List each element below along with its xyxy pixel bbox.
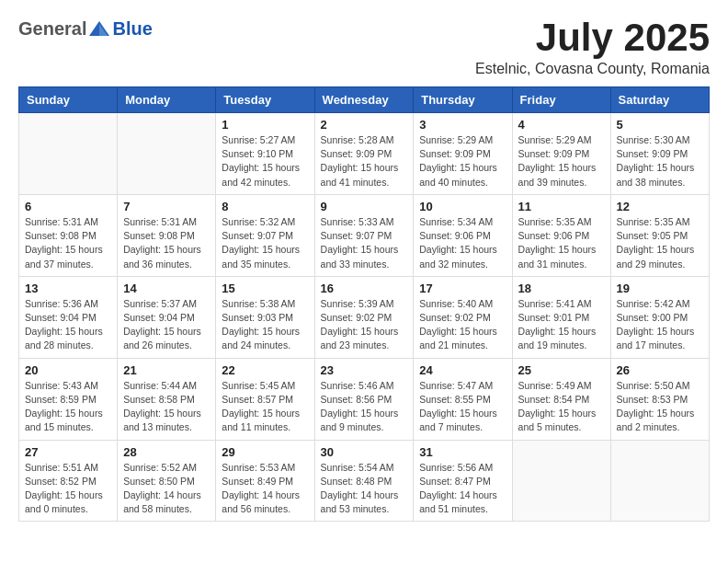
day-info: Sunrise: 5:38 AM Sunset: 9:03 PM Dayligh… (222, 297, 308, 353)
header-saturday: Saturday (610, 87, 709, 113)
day-info: Sunrise: 5:27 AM Sunset: 9:10 PM Dayligh… (222, 133, 308, 190)
page-header: General Blue July 2025 Estelnic, Covasna… (18, 18, 710, 77)
day-info: Sunrise: 5:29 AM Sunset: 9:09 PM Dayligh… (518, 133, 605, 190)
day-number: 5 (617, 118, 703, 132)
table-row: 8Sunrise: 5:32 AM Sunset: 9:07 PM Daylig… (216, 194, 314, 276)
day-info: Sunrise: 5:34 AM Sunset: 9:06 PM Dayligh… (419, 215, 506, 271)
day-info: Sunrise: 5:53 AM Sunset: 8:49 PM Dayligh… (222, 461, 308, 517)
day-number: 3 (419, 118, 506, 132)
calendar-table: Sunday Monday Tuesday Wednesday Thursday… (18, 86, 710, 522)
location-subtitle: Estelnic, Covasna County, Romania (475, 61, 710, 77)
table-row (118, 113, 216, 195)
day-number: 18 (518, 282, 605, 295)
day-number: 2 (321, 118, 408, 132)
table-row: 1Sunrise: 5:27 AM Sunset: 9:10 PM Daylig… (216, 113, 314, 195)
day-info: Sunrise: 5:39 AM Sunset: 9:02 PM Dayligh… (321, 297, 408, 353)
table-row: 29Sunrise: 5:53 AM Sunset: 8:49 PM Dayli… (216, 440, 314, 522)
table-row (19, 113, 118, 195)
table-row: 24Sunrise: 5:47 AM Sunset: 8:55 PM Dayli… (414, 358, 512, 440)
table-row: 10Sunrise: 5:34 AM Sunset: 9:06 PM Dayli… (414, 194, 512, 276)
day-info: Sunrise: 5:47 AM Sunset: 8:55 PM Dayligh… (419, 379, 506, 435)
calendar-week-row: 1Sunrise: 5:27 AM Sunset: 9:10 PM Daylig… (19, 113, 710, 195)
day-number: 24 (419, 363, 506, 377)
day-info: Sunrise: 5:28 AM Sunset: 9:09 PM Dayligh… (321, 133, 408, 190)
day-number: 11 (518, 200, 605, 213)
day-number: 19 (617, 282, 703, 295)
day-info: Sunrise: 5:45 AM Sunset: 8:57 PM Dayligh… (222, 379, 308, 435)
day-info: Sunrise: 5:35 AM Sunset: 9:05 PM Dayligh… (617, 215, 703, 271)
table-row: 19Sunrise: 5:42 AM Sunset: 9:00 PM Dayli… (610, 276, 709, 358)
title-section: July 2025 Estelnic, Covasna County, Roma… (475, 18, 710, 77)
table-row: 7Sunrise: 5:31 AM Sunset: 9:08 PM Daylig… (118, 194, 216, 276)
logo: General Blue (18, 18, 153, 40)
day-number: 6 (25, 200, 111, 213)
table-row: 28Sunrise: 5:52 AM Sunset: 8:50 PM Dayli… (118, 440, 216, 522)
day-info: Sunrise: 5:37 AM Sunset: 9:04 PM Dayligh… (123, 297, 210, 353)
day-number: 23 (321, 363, 408, 377)
day-info: Sunrise: 5:46 AM Sunset: 8:56 PM Dayligh… (321, 379, 408, 435)
day-number: 26 (617, 363, 703, 377)
day-info: Sunrise: 5:43 AM Sunset: 8:59 PM Dayligh… (25, 379, 111, 435)
day-info: Sunrise: 5:42 AM Sunset: 9:00 PM Dayligh… (617, 297, 703, 353)
table-row: 2Sunrise: 5:28 AM Sunset: 9:09 PM Daylig… (314, 113, 414, 195)
day-info: Sunrise: 5:56 AM Sunset: 8:47 PM Dayligh… (419, 461, 506, 517)
calendar-week-row: 6Sunrise: 5:31 AM Sunset: 9:08 PM Daylig… (19, 194, 710, 276)
day-info: Sunrise: 5:52 AM Sunset: 8:50 PM Dayligh… (123, 461, 210, 517)
table-row: 12Sunrise: 5:35 AM Sunset: 9:05 PM Dayli… (610, 194, 709, 276)
table-row: 11Sunrise: 5:35 AM Sunset: 9:06 PM Dayli… (512, 194, 610, 276)
day-info: Sunrise: 5:40 AM Sunset: 9:02 PM Dayligh… (419, 297, 506, 353)
table-row: 13Sunrise: 5:36 AM Sunset: 9:04 PM Dayli… (19, 276, 118, 358)
day-info: Sunrise: 5:51 AM Sunset: 8:52 PM Dayligh… (25, 461, 111, 517)
day-number: 4 (518, 118, 605, 132)
logo-icon (87, 19, 111, 40)
day-number: 30 (321, 445, 408, 459)
table-row: 3Sunrise: 5:29 AM Sunset: 9:09 PM Daylig… (414, 113, 512, 195)
table-row: 21Sunrise: 5:44 AM Sunset: 8:58 PM Dayli… (118, 358, 216, 440)
table-row: 30Sunrise: 5:54 AM Sunset: 8:48 PM Dayli… (314, 440, 414, 522)
table-row: 27Sunrise: 5:51 AM Sunset: 8:52 PM Dayli… (19, 440, 118, 522)
table-row: 20Sunrise: 5:43 AM Sunset: 8:59 PM Dayli… (19, 358, 118, 440)
day-number: 7 (123, 200, 210, 213)
table-row: 15Sunrise: 5:38 AM Sunset: 9:03 PM Dayli… (216, 276, 314, 358)
day-info: Sunrise: 5:30 AM Sunset: 9:09 PM Dayligh… (617, 133, 703, 190)
day-number: 16 (321, 282, 408, 295)
day-info: Sunrise: 5:31 AM Sunset: 9:08 PM Dayligh… (25, 215, 111, 271)
day-number: 21 (123, 363, 210, 377)
day-number: 28 (123, 445, 210, 459)
table-row: 25Sunrise: 5:49 AM Sunset: 8:54 PM Dayli… (512, 358, 610, 440)
day-info: Sunrise: 5:54 AM Sunset: 8:48 PM Dayligh… (321, 461, 408, 517)
header-sunday: Sunday (19, 87, 118, 113)
day-number: 1 (222, 118, 308, 132)
table-row: 23Sunrise: 5:46 AM Sunset: 8:56 PM Dayli… (314, 358, 414, 440)
day-number: 20 (25, 363, 111, 377)
table-row: 31Sunrise: 5:56 AM Sunset: 8:47 PM Dayli… (414, 440, 512, 522)
table-row: 18Sunrise: 5:41 AM Sunset: 9:01 PM Dayli… (512, 276, 610, 358)
day-info: Sunrise: 5:36 AM Sunset: 9:04 PM Dayligh… (25, 297, 111, 353)
day-number: 25 (518, 363, 605, 377)
table-row: 5Sunrise: 5:30 AM Sunset: 9:09 PM Daylig… (610, 113, 709, 195)
header-monday: Monday (118, 87, 216, 113)
day-number: 29 (222, 445, 308, 459)
day-info: Sunrise: 5:35 AM Sunset: 9:06 PM Dayligh… (518, 215, 605, 271)
table-row: 22Sunrise: 5:45 AM Sunset: 8:57 PM Dayli… (216, 358, 314, 440)
table-row: 4Sunrise: 5:29 AM Sunset: 9:09 PM Daylig… (512, 113, 610, 195)
day-number: 8 (222, 200, 308, 213)
table-row: 26Sunrise: 5:50 AM Sunset: 8:53 PM Dayli… (610, 358, 709, 440)
day-number: 12 (617, 200, 703, 213)
day-info: Sunrise: 5:32 AM Sunset: 9:07 PM Dayligh… (222, 215, 308, 271)
day-number: 15 (222, 282, 308, 295)
day-number: 9 (321, 200, 408, 213)
day-number: 27 (25, 445, 111, 459)
day-info: Sunrise: 5:44 AM Sunset: 8:58 PM Dayligh… (123, 379, 210, 435)
header-friday: Friday (512, 87, 610, 113)
day-info: Sunrise: 5:50 AM Sunset: 8:53 PM Dayligh… (617, 379, 703, 435)
table-row: 16Sunrise: 5:39 AM Sunset: 9:02 PM Dayli… (314, 276, 414, 358)
calendar-week-row: 20Sunrise: 5:43 AM Sunset: 8:59 PM Dayli… (19, 358, 710, 440)
logo-blue-text: Blue (112, 18, 152, 40)
calendar-week-row: 27Sunrise: 5:51 AM Sunset: 8:52 PM Dayli… (19, 440, 710, 522)
table-row: 9Sunrise: 5:33 AM Sunset: 9:07 PM Daylig… (314, 194, 414, 276)
day-number: 10 (419, 200, 506, 213)
header-tuesday: Tuesday (216, 87, 314, 113)
day-number: 14 (123, 282, 210, 295)
calendar-header-row: Sunday Monday Tuesday Wednesday Thursday… (19, 87, 710, 113)
